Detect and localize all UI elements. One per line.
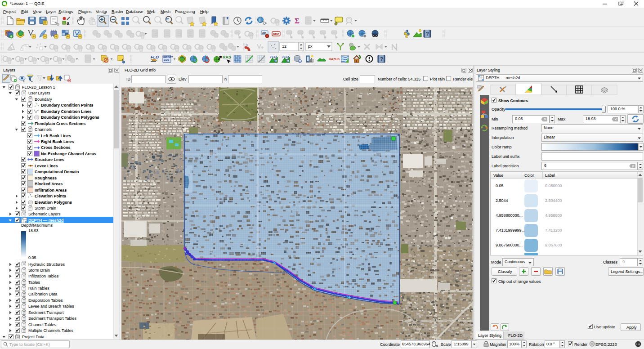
svg-text:Σ: Σ bbox=[295, 17, 300, 25]
svg-text:RAS: RAS bbox=[223, 55, 231, 59]
svg-text:GDS: GDS bbox=[164, 58, 169, 61]
svg-text:a: a bbox=[67, 20, 70, 26]
svg-text:i: i bbox=[259, 18, 261, 22]
svg-text:12: 12 bbox=[282, 44, 286, 49]
svg-text:HAZUS: HAZUS bbox=[329, 58, 340, 61]
svg-text:abc: abc bbox=[273, 32, 279, 36]
svg-text:?: ? bbox=[426, 31, 429, 36]
svg-text:FLO: FLO bbox=[270, 55, 277, 58]
svg-text:px: px bbox=[308, 44, 313, 49]
svg-text:FLO: FLO bbox=[151, 55, 159, 59]
svg-text:FLO: FLO bbox=[282, 55, 289, 58]
svg-text:?: ? bbox=[380, 56, 383, 62]
svg-text:ab: ab bbox=[262, 31, 266, 35]
